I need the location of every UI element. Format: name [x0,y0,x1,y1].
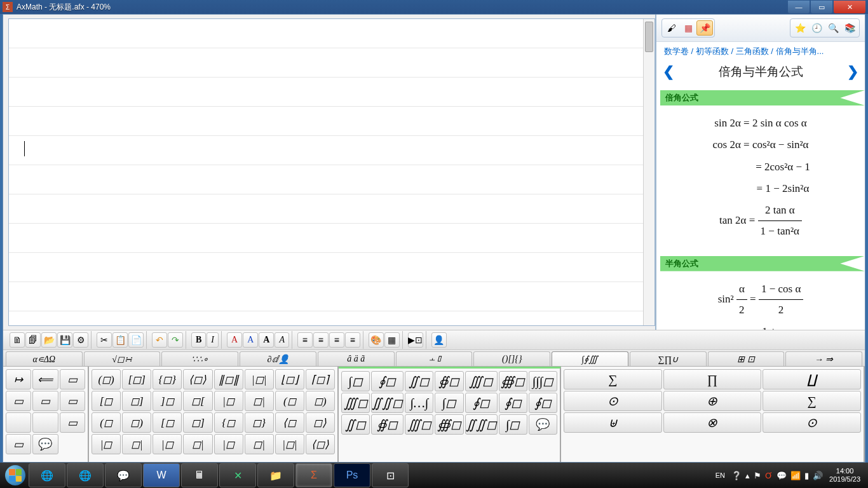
tab-greek[interactable]: α∊ΔΩ [6,351,83,366]
palette-item[interactable]: ]◻ [153,391,182,411]
palette-item[interactable]: 💬 [32,434,58,454]
palette-item[interactable]: ◻| [245,391,274,411]
palette-item[interactable]: ∮◻ [371,371,403,391]
palette-item[interactable]: (◻ [92,412,121,433]
redo-icon[interactable]: ↷ [168,332,183,348]
palette-item[interactable]: ∰◻ [499,371,527,391]
palette-item[interactable]: (◻ [275,391,304,411]
palette-item[interactable]: [◻ [153,412,182,433]
palette-item[interactable]: ◻) [306,391,335,411]
tab-integral[interactable]: ∫∮∭ [552,351,628,366]
tray-lang[interactable]: EN [715,471,725,479]
taskbar-explorer[interactable]: 📁 [257,463,294,487]
palette-item[interactable] [32,412,58,433]
help-icon[interactable]: 👤 [431,332,447,348]
palette-item[interactable]: {◻} [153,369,182,390]
tray-chat-icon[interactable]: 💬 [776,471,787,480]
palette-item[interactable]: ∬∬◻ [371,393,403,413]
palette-item[interactable]: ◻) [122,412,151,433]
tab-arrows[interactable]: → ⇒ [785,351,862,366]
tray-chevron-up-icon[interactable]: ▴ [745,471,750,480]
taskbar-photoshop[interactable]: Ps [334,463,370,487]
font-a2[interactable]: A [243,332,258,348]
tray-clock[interactable]: 14:00 2019/5/23 [829,467,860,484]
close-button[interactable]: ✕ [834,1,865,13]
palette-item[interactable]: |◻ [92,434,121,454]
paste-icon[interactable]: 📄 [128,332,144,348]
palette-item[interactable]: ‖◻‖ [214,369,243,390]
tab-accent[interactable]: â ä ã [318,351,395,366]
palette-item[interactable] [6,412,31,433]
tool-star-icon[interactable]: ⭐ [792,20,808,36]
palette-item[interactable]: ∑ [564,369,662,390]
palette-item[interactable]: ∯◻ [435,371,463,391]
palette-item[interactable]: ∫◻ [341,371,370,391]
palette-item[interactable]: [◻] [122,369,151,390]
tool-grid-icon[interactable]: ▦ [680,20,696,36]
copy-icon[interactable]: 🗐 [25,332,41,348]
tray-help-icon[interactable]: ❔ [731,471,742,480]
palette-item[interactable]: (◻) [92,369,121,390]
new-icon[interactable]: 🗎 [10,332,25,348]
palette-item[interactable]: ▭ [6,434,31,454]
tab-partial[interactable]: ∂ⅆ👤 [240,351,316,366]
tab-brackets[interactable]: ()[]{} [473,351,550,366]
palette-item[interactable]: ⟨◻⟩ [306,434,335,454]
save-icon[interactable]: 💾 [57,332,72,348]
taskbar-word[interactable]: W [143,463,180,487]
palette-item[interactable]: ▭ [32,391,58,411]
align-left-icon[interactable]: ≡ [297,332,313,348]
breadcrumb[interactable]: 数学卷 / 初等函数 / 三角函数 / 倍角与半角... [656,42,865,61]
nav-prev-icon[interactable]: ❮ [663,64,674,80]
palette-item[interactable]: ∮◻ [529,393,557,413]
palette-item[interactable]: ◻} [245,412,274,433]
scrollbar-thumb[interactable] [645,22,653,52]
palette-item[interactable]: ◻| [122,434,151,454]
palette-item[interactable]: ∏ [663,369,762,390]
font-a3[interactable]: A [259,332,274,348]
palette-item[interactable]: |◻ [214,391,243,411]
align-center-icon[interactable]: ≡ [313,332,329,348]
palette-item[interactable]: ∭◻ [465,371,498,391]
palette-item[interactable]: [◻ [92,391,121,411]
tool-search-icon[interactable]: 🔍 [825,20,841,36]
palette-item[interactable]: ∑ [763,391,861,411]
palette-item[interactable]: ▭ [60,391,85,411]
tab-dots[interactable]: ∵∴∘ [161,351,238,366]
palette-item[interactable]: ∬◻ [341,414,370,435]
tray-fire-icon[interactable]: Ơ [765,471,773,480]
tool-brush-icon[interactable]: 🖌 [663,20,680,36]
font-a4[interactable]: A [275,332,289,348]
palette-item[interactable]: ∯◻ [371,414,403,435]
settings-icon[interactable]: ⚙ [73,332,88,348]
taskbar-axmath[interactable]: Σ [295,463,332,487]
color-picker-icon[interactable]: 🎨 [369,332,384,348]
palette-item[interactable]: ⌈◻⌉ [306,369,335,390]
nav-next-icon[interactable]: ❯ [847,64,858,80]
palette-item[interactable]: ∬◻ [405,371,433,391]
tray-wifi-icon[interactable]: 📶 [790,471,801,480]
tab-box[interactable]: ⫠⌷ [396,351,473,366]
palette-item[interactable]: ⟨◻⟩ [183,369,212,390]
palette-item[interactable]: ⊎ [564,412,662,433]
align-justify-icon[interactable]: ≡ [345,332,360,348]
editor-content[interactable] [9,19,654,325]
start-button[interactable] [3,463,28,488]
palette-item[interactable]: ⊗ [663,412,762,433]
palette-item[interactable]: ⊙ [763,412,861,433]
palette-item[interactable]: |◻| [245,369,274,390]
tab-matrix[interactable]: ⊞ ⊡ [708,351,785,366]
minimize-button[interactable]: — [788,1,810,13]
editor-scrollbar[interactable] [643,19,654,325]
palette-item[interactable]: ∮◻ [465,393,498,413]
palette-item[interactable]: ∫…∫ [405,393,433,413]
tray-volume-icon[interactable]: 🔊 [813,471,823,480]
palette-item[interactable]: ◻| [183,434,212,454]
palette-item[interactable]: 💬 [529,414,557,435]
palette-item[interactable]: ∭◻ [405,414,433,435]
align-right-icon[interactable]: ≡ [329,332,344,348]
palette-item[interactable]: {◻ [214,412,243,433]
palette-item[interactable]: ◻⟩ [306,412,335,433]
palette-icon[interactable]: ▦ [384,332,400,348]
italic-button[interactable]: I [207,332,219,348]
